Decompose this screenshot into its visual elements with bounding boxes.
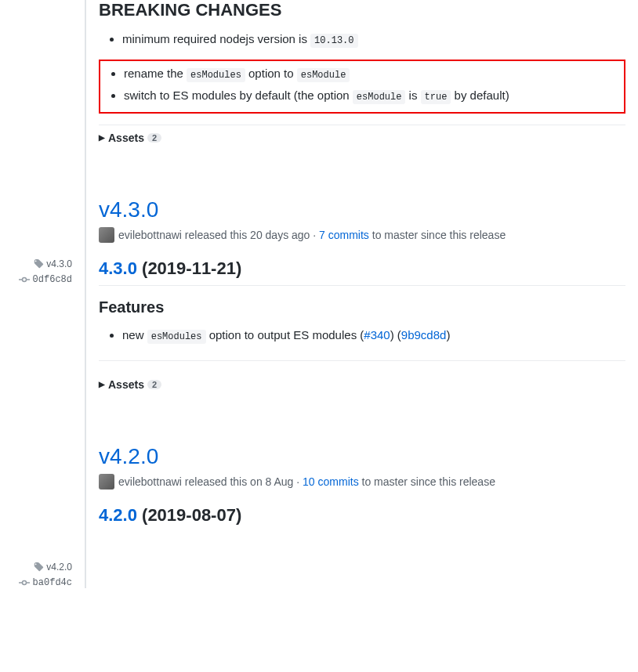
code-value: true — [421, 90, 451, 104]
version-link[interactable]: 4.3.0 — [99, 258, 137, 278]
commit-link[interactable]: 9b9cd8d — [401, 328, 447, 341]
breaking-item: switch to ES modules by default (the opt… — [124, 86, 619, 105]
features-heading: Features — [99, 298, 625, 316]
features-list: new esModules option to output ES module… — [99, 326, 625, 345]
commit-sha: 0df6c8d — [33, 274, 72, 285]
author-link[interactable]: evilebottnawi — [118, 229, 182, 241]
feature-item: new esModules option to output ES module… — [122, 326, 625, 345]
svg-point-3 — [22, 581, 26, 585]
code-option: esModules — [187, 68, 245, 82]
breaking-item: rename the esModules option to esModule — [124, 64, 619, 83]
assets-toggle[interactable]: ▶ Assets 2 — [99, 125, 625, 150]
assets-toggle[interactable]: ▶ Assets 2 — [99, 372, 625, 397]
release-meta: evilebottnawi released this on 8 Aug · 1… — [99, 474, 625, 490]
breaking-changes-heading: BREAKING CHANGES — [99, 0, 625, 20]
commit-icon — [19, 276, 30, 284]
breaking-item: minimum required nodejs version is 10.13… — [122, 30, 625, 49]
code-option: esModules — [147, 330, 206, 344]
tag-text: v4.3.0 — [46, 258, 72, 269]
assets-label: Assets — [108, 378, 144, 391]
triangle-right-icon: ▶ — [99, 133, 105, 142]
code-option: esModule — [297, 68, 350, 82]
breaking-list: minimum required nodejs version is 10.13… — [99, 30, 625, 49]
tag-label[interactable]: v4.3.0 — [0, 258, 72, 269]
assets-count-badge: 2 — [147, 133, 161, 143]
assets-count-badge: 2 — [147, 380, 161, 389]
release-title-link[interactable]: v4.3.0 — [99, 197, 625, 222]
release-sidebar: v4.3.0 0df6c8d v4.2.0 ba0fd4c — [0, 0, 86, 588]
author-link[interactable]: evilebottnawi — [118, 475, 182, 488]
commit-icon — [19, 579, 30, 587]
release-time: on 8 Aug — [250, 475, 293, 488]
version-link[interactable]: 4.2.0 — [99, 505, 137, 525]
release-meta: evilebottnawi released this 20 days ago … — [99, 227, 625, 243]
version-heading: 4.3.0 (2019-11-21) — [99, 258, 625, 286]
tag-icon — [33, 258, 44, 269]
version-heading: 4.2.0 (2019-08-07) — [99, 505, 625, 532]
avatar[interactable] — [99, 227, 114, 243]
issue-link[interactable]: #340 — [364, 328, 390, 341]
release-time: 20 days ago — [250, 229, 310, 241]
commit-label[interactable]: ba0fd4c — [0, 577, 72, 588]
highlighted-box: rename the esModules option to esModule … — [99, 60, 625, 113]
tag-text: v4.2.0 — [46, 562, 72, 573]
commit-label[interactable]: 0df6c8d — [0, 274, 72, 285]
commits-link[interactable]: 7 commits — [319, 229, 369, 241]
svg-point-0 — [22, 278, 26, 282]
avatar[interactable] — [99, 474, 114, 490]
commits-link[interactable]: 10 commits — [303, 475, 359, 488]
assets-label: Assets — [108, 132, 144, 144]
release-title-link[interactable]: v4.2.0 — [99, 444, 625, 469]
tag-icon — [33, 562, 44, 573]
triangle-right-icon: ▶ — [99, 380, 105, 388]
tag-label[interactable]: v4.2.0 — [0, 562, 72, 573]
code-option: esModule — [353, 90, 406, 104]
code-version: 10.13.0 — [310, 34, 357, 48]
commit-sha: ba0fd4c — [33, 577, 72, 588]
